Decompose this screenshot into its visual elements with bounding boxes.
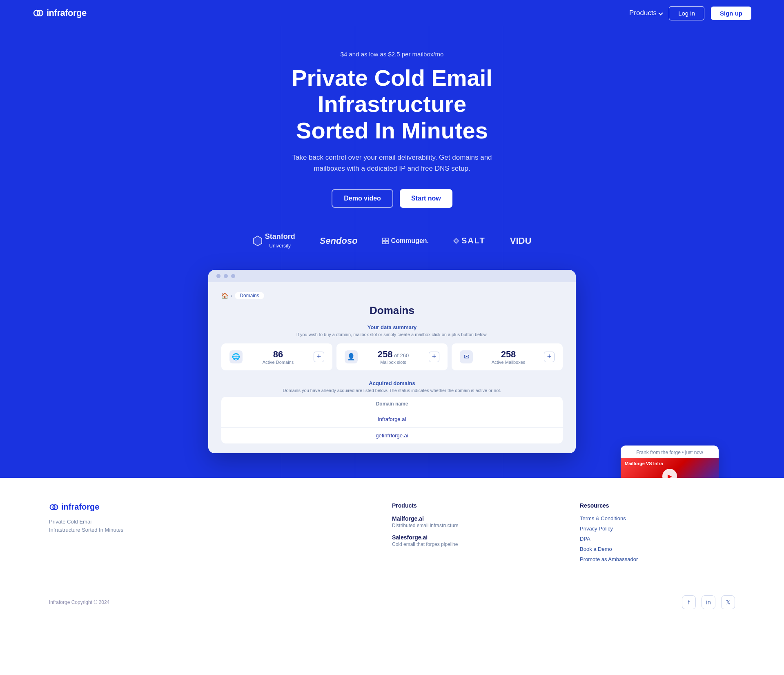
table-row[interactable]: getinfrforge.ai	[221, 428, 563, 443]
linkedin-icon[interactable]: in	[702, 595, 715, 609]
svg-point-7	[53, 505, 58, 510]
svg-rect-2	[383, 238, 385, 241]
dashboard-preview: 🏠 › Domains Domains Your data summary If…	[208, 270, 576, 453]
stat-mailbox-slots: 👤 258 of 260 Mailbox slots +	[336, 343, 448, 370]
footer-link-dpa[interactable]: DPA	[580, 536, 735, 542]
mail-icon: ✉	[460, 350, 473, 363]
footer-brand: infraforge Private Cold Email Infrastruc…	[49, 502, 359, 566]
page-title: Domains	[221, 304, 563, 317]
breadcrumb-home-icon[interactable]: 🏠	[221, 292, 228, 299]
chevron-down-icon	[658, 11, 663, 15]
facebook-icon[interactable]: f	[682, 595, 696, 609]
hero-tag: $4 and as low as $2.5 per mailbox/mo	[16, 51, 768, 58]
footer-resources-col: Resources Terms & Conditions Privacy Pol…	[580, 502, 735, 566]
stanford-icon	[253, 235, 263, 247]
commugen-icon	[382, 238, 389, 244]
chat-widget: Frank from the forge • just now Mailforg…	[621, 446, 719, 478]
footer-products-col: Products Mailforge.ai Distributed email …	[392, 502, 547, 566]
logo-stanford: StanfordUniversity	[253, 232, 295, 250]
hero-section: $4 and as low as $2.5 per mailbox/mo Pri…	[0, 26, 784, 478]
domain-table: Domain name infraforge.ai getinfrforge.a…	[221, 397, 563, 443]
signup-button[interactable]: Sign up	[711, 7, 751, 20]
hero-subtitle: Take back control over your email delive…	[290, 152, 494, 174]
active-domains-number: 86	[247, 349, 309, 360]
footer-top: infraforge Private Cold Email Infrastruc…	[49, 502, 735, 566]
svg-point-1	[37, 10, 43, 16]
salesforge-name[interactable]: Salesforge.ai	[392, 534, 547, 541]
footer-product-mailforge: Mailforge.ai Distributed email infrastru…	[392, 515, 547, 528]
breadcrumb: 🏠 › Domains	[221, 292, 563, 299]
footer-products-heading: Products	[392, 502, 547, 509]
add-mailbox-slot-button[interactable]: +	[429, 352, 439, 362]
footer-logo-icon	[49, 502, 59, 512]
footer-link-terms[interactable]: Terms & Conditions	[580, 515, 735, 521]
salesforge-desc: Cold email that forges pipeline	[392, 541, 547, 547]
start-now-button[interactable]: Start now	[400, 189, 452, 208]
hero-buttons: Demo video Start now	[16, 189, 768, 208]
globe-icon: 🌐	[229, 350, 243, 363]
logo-salt: SALT	[453, 236, 486, 245]
active-mailboxes-label: Active Mailboxes	[478, 360, 539, 365]
nav-right: Products Log in Sign up	[629, 6, 751, 20]
salt-icon	[453, 238, 459, 244]
footer-bottom: Infraforge Copyright © 2024 f in 𝕏	[49, 587, 735, 609]
logo-icon	[33, 7, 44, 19]
footer-logo[interactable]: infraforge	[49, 502, 359, 512]
footer-tagline: Private Cold Email Infrastructure Sorted…	[49, 518, 359, 535]
mailbox-slots-number: 258 of 260	[363, 349, 424, 360]
add-mailbox-button[interactable]: +	[544, 352, 555, 362]
mailforge-name[interactable]: Mailforge.ai	[392, 515, 547, 522]
hero-title: Private Cold Email Infrastructure Sorted…	[229, 65, 555, 144]
mailbox-slots-label: Mailbox slots	[363, 360, 424, 365]
logo-commugen: Commugen.	[382, 237, 429, 245]
chat-header: Frank from the forge • just now	[621, 446, 719, 458]
footer-product-salesforge: Salesforge.ai Cold email that forges pip…	[392, 534, 547, 547]
twitter-icon[interactable]: 𝕏	[721, 595, 735, 609]
summary-sub: If you wish to buy a domain, mailbox slo…	[221, 332, 563, 337]
table-row[interactable]: infraforge.ai	[221, 411, 563, 428]
mailforge-desc: Distributed email infrastructure	[392, 523, 547, 528]
svg-rect-3	[386, 238, 388, 241]
footer: infraforge Private Cold Email Infrastruc…	[0, 478, 784, 622]
acquired-label: Acquired domains	[221, 380, 563, 386]
user-icon: 👤	[345, 350, 358, 363]
add-domain-button[interactable]: +	[314, 352, 324, 362]
stats-row: 🌐 86 Active Domains + 👤 258 of 260	[221, 343, 563, 370]
login-button[interactable]: Log in	[669, 6, 704, 20]
dashboard-topbar	[208, 270, 576, 282]
play-button[interactable]: ▶	[662, 469, 677, 478]
stat-active-mailboxes: ✉ 258 Active Mailboxes +	[452, 343, 563, 370]
domain-table-header: Domain name	[221, 397, 563, 411]
footer-socials: f in 𝕏	[682, 595, 735, 609]
svg-rect-4	[383, 241, 385, 244]
summary-label: Your data summary	[221, 324, 563, 330]
logo-sendoso: Sendoso	[320, 236, 358, 246]
footer-link-privacy[interactable]: Privacy Policy	[580, 526, 735, 532]
footer-link-ambassador[interactable]: Promote as Ambassador	[580, 556, 735, 562]
footer-copyright: Infraforge Copyright © 2024	[49, 599, 109, 605]
active-domains-label: Active Domains	[247, 360, 309, 365]
footer-link-demo[interactable]: Book a Demo	[580, 546, 735, 552]
footer-resources-heading: Resources	[580, 502, 735, 509]
logo-vidu: VIDU	[510, 236, 532, 246]
demo-video-button[interactable]: Demo video	[332, 189, 393, 208]
svg-rect-5	[386, 241, 388, 244]
chat-video-label: Mailforge VS Infra	[625, 461, 663, 466]
products-nav-button[interactable]: Products	[629, 9, 662, 17]
logo[interactable]: infraforge	[33, 7, 87, 19]
logos-row: StanfordUniversity Sendoso Commugen. SAL…	[16, 232, 768, 250]
acquired-sub: Domains you have already acquired are li…	[221, 388, 563, 393]
stat-active-domains: 🌐 86 Active Domains +	[221, 343, 332, 370]
breadcrumb-current: Domains	[235, 292, 264, 299]
active-mailboxes-number: 258	[478, 349, 539, 360]
chat-video-thumbnail[interactable]: Mailforge VS Infra ▶	[621, 458, 719, 478]
navbar: infraforge Products Log in Sign up	[0, 0, 784, 26]
